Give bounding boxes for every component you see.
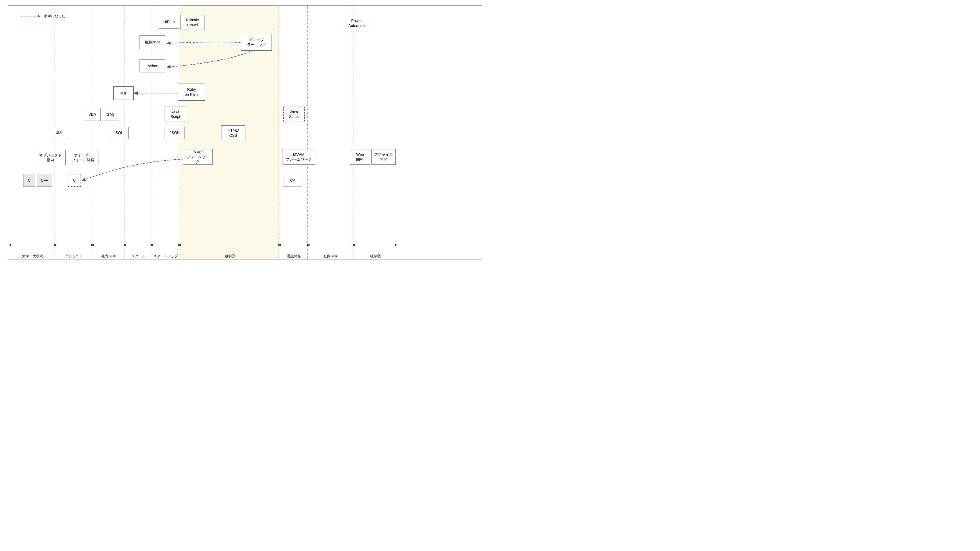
svg-marker-18 (179, 244, 181, 246)
main-border: 参考になった UiPath RoboticCrowd 機械学習 ディープラーニン… (8, 5, 482, 259)
diagram-container: 参考になった UiPath RoboticCrowd 機械学習 ディープラーニン… (0, 0, 490, 276)
box-html-css: HTML/CSS (221, 125, 245, 140)
svg-marker-3 (9, 244, 11, 246)
box-waterfall: ウォーターフォール開発 (67, 150, 99, 165)
svg-marker-9 (92, 244, 94, 246)
svg-marker-21 (278, 244, 281, 246)
box-web-dev: Web開発 (350, 149, 370, 165)
tl-label-engineer: エンジニア (56, 254, 91, 259)
vdivider-7 (307, 6, 308, 259)
box-xml: XML (50, 127, 69, 139)
box-deep-learning: ディープラーニング (241, 34, 272, 51)
legend-dashed-arrow: 参考になった (21, 14, 65, 19)
svg-marker-28 (395, 244, 397, 246)
tl-label-school: スクール (126, 254, 151, 259)
vdivider-8 (353, 6, 353, 259)
vdivider-2 (92, 6, 92, 259)
tl-label-shasei2: 社内SE② (309, 254, 353, 259)
legend: 参考になった (21, 14, 65, 19)
tl-label-outsource: 委託開発 (280, 254, 307, 259)
tl-label-shasei1: 社内SE① (94, 254, 124, 259)
box-csharp: C# (283, 174, 302, 187)
box-json: JSON (165, 127, 185, 139)
box-vba: VBA (84, 108, 101, 121)
timeline-svg (8, 241, 482, 254)
vdivider-6 (278, 6, 279, 259)
box-agile-dev: アジャイル開発 (371, 149, 396, 165)
svg-marker-12 (124, 244, 126, 246)
box-c-lang: C (23, 174, 35, 187)
box-ruby-on-rails: Rubyon Rails (178, 83, 205, 101)
box-machine-learning: 機械学習 (140, 35, 165, 49)
box-object-oriented: オブジェクト指向 (35, 150, 66, 165)
tl-label-startup: スタートアップ (152, 254, 179, 259)
tl-label-selfstudy2: 独学② (355, 254, 396, 259)
box-mvvm-framework: MVVMフレームワーク (283, 149, 315, 165)
svg-marker-1 (38, 15, 41, 17)
box-python: Python (140, 59, 165, 72)
box-cpp-lang: C++ (37, 174, 52, 187)
tl-label-selfstudy1: 独学① (181, 254, 278, 259)
legend-arrow-icon (21, 14, 42, 18)
svg-marker-27 (353, 244, 355, 246)
box-c-dashed: C (68, 174, 81, 187)
box-javascript-startup: JavaScript (165, 106, 186, 121)
box-robotic-crowd: RoboticCrowd (180, 15, 204, 30)
tl-label-university: 大学・大学院 (11, 254, 54, 259)
box-uipath: UiPath (159, 15, 179, 29)
legend-label: 参考になった (44, 14, 65, 19)
svg-marker-24 (307, 244, 310, 246)
box-php: PHP (113, 86, 134, 100)
box-mvc-framework: MVCフレームワーク (183, 149, 213, 165)
box-gas: GAS (102, 108, 119, 121)
svg-marker-6 (54, 244, 56, 246)
box-javascript-dashed: JavaScript (283, 106, 305, 121)
box-sql: SQL (110, 127, 129, 139)
svg-marker-15 (151, 244, 153, 246)
box-power-automate: PowerAutomate (341, 15, 372, 31)
